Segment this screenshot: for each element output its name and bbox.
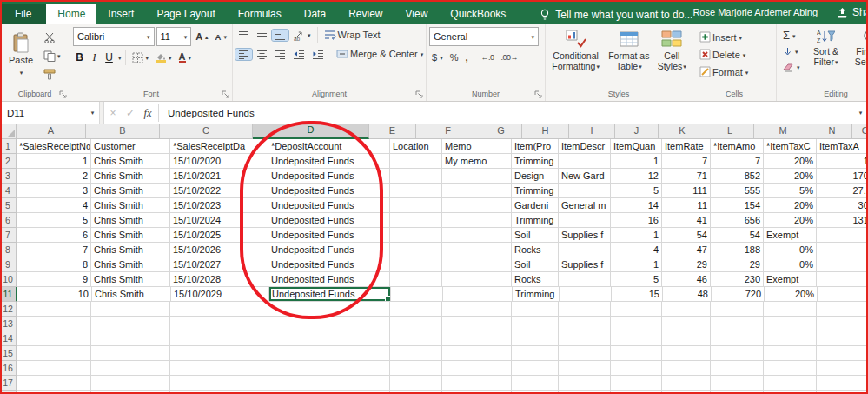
cell-I12[interactable] xyxy=(611,302,662,317)
decrease-decimal-button[interactable]: .00→ xyxy=(499,52,521,63)
accounting-format-button[interactable]: $ xyxy=(429,51,446,63)
tab-file[interactable]: File xyxy=(0,4,46,24)
cell-E4[interactable] xyxy=(390,184,442,198)
decrease-font-size-button[interactable]: A xyxy=(213,31,229,43)
cell-B10[interactable]: Chris Smith xyxy=(91,272,170,287)
cell-I14[interactable] xyxy=(611,331,662,346)
wrap-text-button[interactable]: Wrap Text xyxy=(321,29,383,41)
cell-C14[interactable] xyxy=(170,331,268,346)
cell-K12[interactable] xyxy=(711,302,764,317)
cell-B13[interactable] xyxy=(91,317,170,331)
cell-K1[interactable]: *ItemAmo xyxy=(711,139,764,154)
cell-L16[interactable] xyxy=(764,361,817,376)
column-header-M[interactable]: M xyxy=(754,124,812,139)
align-middle-button[interactable] xyxy=(254,30,270,41)
underline-button[interactable]: U xyxy=(103,51,116,63)
cell-H12[interactable] xyxy=(559,302,611,317)
cell-C15[interactable] xyxy=(170,346,268,361)
cell-H8[interactable] xyxy=(559,243,611,257)
cancel-button[interactable]: × xyxy=(104,102,122,124)
bold-button[interactable]: B xyxy=(73,51,86,63)
fill-color-button[interactable] xyxy=(153,51,175,63)
cell-E3[interactable] xyxy=(390,169,442,184)
cell-M18[interactable] xyxy=(817,391,868,394)
cell-G4[interactable]: Trimming xyxy=(512,184,559,198)
cell-B17[interactable] xyxy=(91,376,170,391)
row-header-9[interactable]: 9 xyxy=(0,257,17,272)
cell-L9[interactable]: 0% xyxy=(764,257,817,272)
cell-B9[interactable]: Chris Smith xyxy=(91,257,170,272)
tab-review[interactable]: Review xyxy=(337,4,394,24)
fill-button[interactable] xyxy=(780,45,803,57)
font-name-combo[interactable]: Calibri xyxy=(73,27,155,46)
cell-C4[interactable]: 15/10/2022 xyxy=(170,184,268,198)
cell-L8[interactable]: 0% xyxy=(764,243,817,257)
cell-B14[interactable] xyxy=(91,331,170,346)
cell-E6[interactable] xyxy=(390,213,442,228)
cell-M12[interactable] xyxy=(817,302,868,317)
cell-E1[interactable]: Location xyxy=(390,139,442,154)
cell-G1[interactable]: Item(Pro xyxy=(512,139,559,154)
cell-E18[interactable] xyxy=(390,391,442,394)
column-header-K[interactable]: K xyxy=(659,124,706,139)
format-painter-button[interactable] xyxy=(42,67,63,82)
cell-L5[interactable]: 20% xyxy=(764,198,817,213)
cell-G7[interactable]: Soil xyxy=(512,228,559,243)
cell-G12[interactable] xyxy=(512,302,559,317)
cell-F3[interactable] xyxy=(442,169,512,184)
tell-me-box[interactable]: Tell me what you want to do... xyxy=(540,4,692,24)
cell-E17[interactable] xyxy=(390,376,442,391)
cell-K8[interactable]: 188 xyxy=(711,243,764,257)
cell-C17[interactable] xyxy=(170,376,268,391)
conditional-formatting-button[interactable]: Conditional Formatting xyxy=(548,27,603,72)
cell-L15[interactable] xyxy=(764,346,817,361)
clear-button[interactable] xyxy=(780,61,803,73)
cell-M2[interactable]: 1.4 xyxy=(817,154,868,169)
active-cell-D11[interactable]: Undeposited Funds xyxy=(269,287,391,302)
cell-J13[interactable] xyxy=(662,317,711,331)
cell-G16[interactable] xyxy=(512,361,559,376)
cell-B4[interactable]: Chris Smith xyxy=(91,184,170,198)
cell-L11[interactable]: 20% xyxy=(765,287,818,302)
cell-K9[interactable]: 29 xyxy=(711,257,764,272)
cell-C11[interactable]: 15/10/2029 xyxy=(171,287,269,302)
cell-M14[interactable] xyxy=(817,331,868,346)
cell-H16[interactable] xyxy=(559,361,611,376)
cell-I9[interactable]: 1 xyxy=(611,257,662,272)
cell-M6[interactable]: 131.2 xyxy=(817,213,868,228)
name-box[interactable]: D11 xyxy=(0,102,85,124)
font-color-button[interactable]: A xyxy=(176,51,194,64)
insert-function-button[interactable]: fx xyxy=(139,102,156,124)
cell-I15[interactable] xyxy=(611,346,662,361)
cell-L18[interactable] xyxy=(764,391,817,394)
cell-A4[interactable]: 3 xyxy=(17,184,91,198)
cell-D5[interactable]: Undeposited Funds xyxy=(268,198,390,213)
cell-B7[interactable]: Chris Smith xyxy=(91,228,170,243)
cell-G11[interactable]: Trimming xyxy=(513,287,560,302)
cell-I6[interactable]: 16 xyxy=(611,213,662,228)
formula-input[interactable]: Undeposited Funds xyxy=(161,102,852,124)
cell-A13[interactable] xyxy=(17,317,91,331)
row-header-3[interactable]: 3 xyxy=(0,169,17,184)
cell-F16[interactable] xyxy=(442,361,512,376)
name-box-caret-icon[interactable] xyxy=(85,102,100,124)
cell-A2[interactable]: 1 xyxy=(17,154,91,169)
comma-style-button[interactable]: , xyxy=(462,51,470,63)
cell-F12[interactable] xyxy=(442,302,512,317)
cell-B6[interactable]: Chris Smith xyxy=(91,213,170,228)
font-size-combo[interactable]: 11 xyxy=(156,27,192,46)
cell-I10[interactable]: 5 xyxy=(611,272,662,287)
column-header-L[interactable]: L xyxy=(706,124,754,139)
align-bottom-button[interactable] xyxy=(272,30,288,41)
cell-B2[interactable]: Chris Smith xyxy=(91,154,170,169)
cell-E16[interactable] xyxy=(390,361,442,376)
cell-H13[interactable] xyxy=(559,317,611,331)
cell-L6[interactable]: 20% xyxy=(764,213,817,228)
tab-quickbooks[interactable]: QuickBooks xyxy=(439,4,517,24)
tab-formulas[interactable]: Formulas xyxy=(227,4,293,24)
cell-H18[interactable] xyxy=(559,391,611,394)
cell-J3[interactable]: 71 xyxy=(662,169,711,184)
cell-K6[interactable]: 656 xyxy=(711,213,764,228)
cell-G15[interactable] xyxy=(512,346,559,361)
row-header-8[interactable]: 8 xyxy=(0,243,17,257)
